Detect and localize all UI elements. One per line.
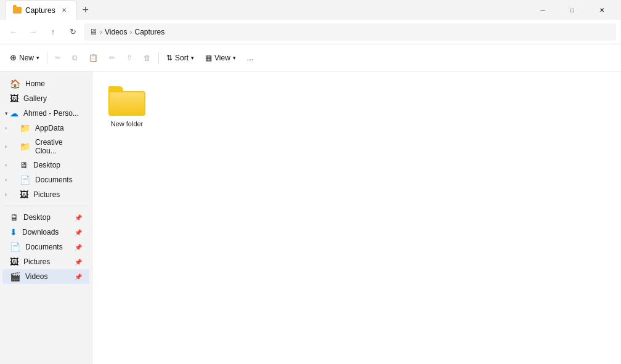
sidebar-item-appdata[interactable]: › 📁 AppData [2,121,89,135]
tab-captures[interactable]: Captures ✕ [5,0,77,20]
sidebar-item-documents-cloud[interactable]: › 📄 Documents [2,172,89,187]
sidebar-label-creative-cloud: Creative Clou... [35,138,82,155]
sidebar-label-desktop-cloud: Desktop [33,161,60,169]
pictures-pin-icon: 🖼 [10,257,18,267]
new-label: New [19,54,34,62]
rename-button[interactable]: ✏ [104,49,120,67]
file-area[interactable]: New folder [92,71,621,364]
tab-bar: Captures ✕ + [5,0,94,20]
sidebar-item-ahmed[interactable]: ▾ ☁ Ahmed - Perso... [2,106,89,121]
sidebar-item-documents-pin[interactable]: 📄 Documents 📌 [2,240,89,254]
more-button[interactable]: ... [242,49,258,67]
documents-cloud-icon: 📄 [20,175,30,185]
cut-icon: ✂ [55,54,61,62]
up-button[interactable]: ↑ [44,23,62,41]
sidebar-item-creative-cloud[interactable]: › 📁 Creative Clou... [2,135,89,158]
new-button[interactable]: ⊕ New ▾ [5,49,44,67]
sidebar-label-documents-pin: Documents [25,243,63,251]
folder-body-inner [110,92,144,115]
sort-chevron-icon: ▾ [191,55,194,61]
documents-pin-icon: 📄 [10,242,20,252]
rename-icon: ✏ [109,54,115,62]
creative-folder-icon: 📁 [20,142,30,152]
pictures-cloud-icon: 🖼 [20,190,28,200]
paste-button[interactable]: 📋 [84,49,103,67]
home-icon: 🏠 [10,79,20,89]
view-label: View [214,54,230,62]
sidebar-item-downloads-pin[interactable]: ⬇ Downloads 📌 [2,225,89,240]
delete-button[interactable]: 🗑 [139,49,156,67]
sort-label: Sort [175,54,189,62]
address-breadcrumb[interactable]: 🖥 › Videos › Captures [84,23,616,41]
window-chrome: Captures ✕ + ─ □ ✕ ← → ↑ ↻ 🖥 › Videos › … [0,0,621,44]
copy-icon: ⧉ [72,54,78,62]
sidebar-label-desktop-pin: Desktop [23,213,51,222]
pictures-cloud-expand-icon: › [5,192,7,198]
sidebar-item-home[interactable]: 🏠 Home [2,76,89,91]
maximize-button[interactable]: □ [558,0,586,20]
new-tab-button[interactable]: + [77,1,94,18]
window-controls: ─ □ ✕ [529,0,616,20]
tab-label: Captures [25,6,55,15]
sidebar-item-desktop-pin[interactable]: 🖥 Desktop 📌 [2,210,89,225]
sidebar-label-appdata: AppData [35,124,64,132]
desktop-pin-marker: 📌 [75,214,82,221]
cut-button[interactable]: ✂ [50,49,66,67]
sidebar-item-videos-pin[interactable]: 🎬 Videos 📌 [2,269,89,284]
tab-folder-icon [13,7,22,14]
delete-icon: 🗑 [144,54,151,62]
breadcrumb-videos[interactable]: Videos [105,28,127,36]
appdata-expand-icon: › [5,125,7,131]
view-icon: ▦ [205,54,212,62]
downloads-pin-marker: 📌 [75,229,82,236]
sidebar-label-pictures-pin: Pictures [23,257,50,266]
breadcrumb-sep-1: › [100,28,102,36]
more-icon: ... [247,54,253,62]
breadcrumb-captures[interactable]: Captures [134,28,164,36]
file-grid: New folder [102,81,611,133]
pictures-pin-marker: 📌 [75,259,82,265]
minimize-button[interactable]: ─ [529,0,557,20]
paste-icon: 📋 [89,54,98,62]
sidebar-item-pictures-pin[interactable]: 🖼 Pictures 📌 [2,254,89,269]
sidebar-item-gallery[interactable]: 🖼 Gallery [2,91,89,106]
sort-button[interactable]: ⇅ Sort ▾ [161,49,199,67]
address-bar-row: ← → ↑ ↻ 🖥 › Videos › Captures [0,20,621,44]
toolbar-sep-2 [158,52,159,64]
desktop-cloud-expand-icon: › [5,162,7,168]
share-icon: ⇧ [126,54,132,62]
refresh-button[interactable]: ↻ [64,23,81,41]
sidebar-item-pictures-cloud[interactable]: › 🖼 Pictures [2,187,89,202]
forward-button[interactable]: → [25,23,42,41]
monitor-icon: 🖥 [89,27,97,36]
file-label-new-folder: New folder [111,119,144,128]
sidebar-label-downloads-pin: Downloads [22,228,59,237]
sidebar-divider [5,206,87,206]
copy-button[interactable]: ⧉ [67,49,83,67]
desktop-cloud-icon: 🖥 [20,160,28,170]
gallery-icon: 🖼 [10,94,18,103]
file-item-new-folder[interactable]: New folder [102,81,152,133]
sidebar-label-documents-cloud: Documents [35,176,73,184]
share-button[interactable]: ⇧ [121,49,137,67]
appdata-folder-icon: 📁 [20,123,30,133]
breadcrumb-sep-2: › [129,28,132,36]
folder-body [108,91,145,116]
back-button[interactable]: ← [5,23,22,41]
new-icon: ⊕ [10,53,17,62]
videos-pin-marker: 📌 [75,273,82,280]
sidebar: 🏠 Home 🖼 Gallery ▾ ☁ Ahmed - Perso... › … [0,71,92,364]
close-button[interactable]: ✕ [588,0,616,20]
downloads-pin-icon: ⬇ [10,227,17,237]
creative-expand-icon: › [5,144,7,150]
expand-icon: ▾ [5,110,8,116]
toolbar: ⊕ New ▾ ✂ ⧉ 📋 ✏ ⇧ 🗑 ⇅ Sort ▾ ▦ View ▾ ..… [0,44,621,71]
sidebar-label-ahmed: Ahmed - Perso... [23,109,79,118]
sidebar-item-desktop-cloud[interactable]: › 🖥 Desktop [2,158,89,172]
sort-icon: ⇅ [166,54,172,62]
tab-close-button[interactable]: ✕ [59,6,69,15]
new-chevron-icon: ▾ [36,55,39,61]
documents-cloud-expand-icon: › [5,177,7,183]
view-button[interactable]: ▦ View ▾ [200,49,241,67]
videos-pin-icon: 🎬 [10,272,20,281]
